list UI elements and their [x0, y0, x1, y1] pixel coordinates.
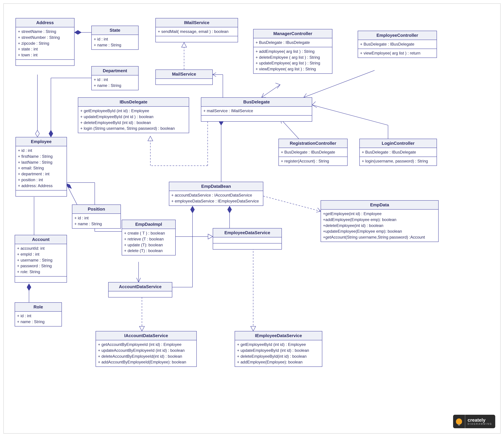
class-registrationcontroller: RegistrationController + BusDelegate : I…: [278, 139, 348, 166]
attr: + firstName : String: [18, 154, 65, 159]
op: + addAccountByEmployeeId(Employee): bool…: [98, 359, 194, 365]
svg-marker-29: [190, 206, 195, 213]
svg-marker-11: [27, 284, 31, 290]
class-employeedataservice: EmployeeDataService: [213, 228, 282, 249]
class-account: Account + accountId: int + empId : int +…: [15, 235, 67, 283]
attr: + username : String: [17, 257, 65, 263]
badge-brand: creately: [468, 418, 492, 422]
class-title: Employee: [16, 137, 67, 146]
attr: + name : String: [94, 83, 136, 89]
op: + addEmployee(Employee): boolean: [237, 359, 320, 365]
class-managercontroller: ManagerController + BusDelegate : IBusDe…: [253, 29, 333, 74]
class-title: RegistrationController: [279, 139, 347, 148]
op: + deleteEmployeeById(int id) : boolean: [237, 354, 320, 359]
class-title: IMailService: [156, 18, 238, 27]
op: +updateEmployee(Employee emp): boolean: [323, 228, 436, 234]
class-ops: [201, 115, 312, 121]
attr: + email: String: [18, 165, 65, 171]
class-empdatabean: EmpDataBean + accountDataService : IAcco…: [169, 182, 263, 206]
class-title: State: [92, 26, 138, 35]
class-title: IEmployeeDataService: [235, 331, 322, 340]
op: + getEmployeeById (int id) : Employee: [80, 108, 187, 114]
op: +getEmployee(int id) : Employee: [323, 211, 436, 217]
class-employee: Employee + id : int + firstName : String…: [16, 137, 67, 197]
attr: + BusDelegate : IBusDelegate: [256, 40, 330, 46]
class-attrs: + BusDelegate : IBusDelegate: [358, 40, 437, 49]
class-position: Position + id : int + name : String: [72, 205, 121, 229]
class-busdelegate: BusDelegate + mailService : IMailService: [201, 97, 312, 122]
creately-badge: creately DIAGRAMMING: [453, 415, 495, 428]
attr: + id : int: [17, 313, 59, 319]
class-address: Address + streetName : String + streetNu…: [16, 18, 75, 66]
op: + viewEmployee( arg list ) : String: [256, 66, 330, 72]
op: +addEmployee(Employee emp): boolean: [323, 217, 436, 223]
class-ops: [16, 190, 67, 196]
class-empdata: EmpData +getEmployee(int id) : Employee …: [321, 200, 439, 242]
attr: + accountId: int: [17, 246, 65, 251]
class-title: BusDelegate: [201, 98, 312, 107]
class-ops: + create ( T ) : boolean + retrieve (T :…: [122, 229, 175, 255]
op: + updateEmployeeById (int id ) : boolean: [80, 114, 187, 120]
bulb-icon: [453, 415, 465, 428]
class-mailservice: MailService: [155, 70, 213, 85]
svg-marker-42: [208, 234, 213, 239]
attr: + town : int: [18, 52, 72, 58]
op: + updateEmployee( arg list ) : String: [256, 60, 330, 66]
svg-marker-31: [228, 206, 232, 213]
op: + update (T): boolean: [124, 242, 173, 248]
class-attrs: + BusDelegate : IBusDelegate: [254, 38, 332, 47]
attr: + state : int: [18, 46, 72, 52]
class-title: EmpDaoImpl: [122, 220, 175, 229]
attr: + BusDelegate : IBusDelegate: [362, 149, 435, 155]
class-ops: + getAccountByEmployeeId (int id) : Empl…: [96, 340, 196, 367]
class-ops: + login(username, password) : String: [360, 157, 437, 166]
class-ops: + addEmployee( arg list ) : String + del…: [254, 47, 332, 73]
svg-marker-1: [75, 30, 81, 34]
op: + updateAccountByEmployeeId (int id) : b…: [98, 348, 194, 354]
attr: + lastName : String: [18, 159, 65, 165]
attr: + streetName : String: [18, 29, 72, 35]
op: + deleteAccountByEmployeeId(int id) : bo…: [98, 354, 194, 359]
op: + login (String username, String passwor…: [80, 126, 187, 131]
op: + delete (T) : boolean: [124, 248, 173, 254]
attr: + accountDataService : IAccountDataServi…: [171, 192, 261, 198]
op: + register(Account) : String: [281, 158, 345, 164]
op: + getAccountByEmployeeId (int id) : Empl…: [98, 342, 194, 348]
attr: + name : String: [17, 319, 59, 325]
attr: + name : String: [74, 221, 118, 227]
class-title: Position: [72, 205, 121, 214]
attr: + mailService : IMailService: [203, 108, 310, 114]
svg-marker-38: [139, 326, 144, 331]
svg-marker-3: [35, 130, 39, 137]
class-attrs: [213, 237, 282, 243]
class-attrs: + id : int + name : String: [92, 75, 138, 90]
class-attrs: + id : int + name : String: [92, 35, 138, 50]
attr: + id : int: [18, 148, 65, 154]
class-attrs: + accountDataService : IAccountDataServi…: [169, 191, 263, 206]
class-attrs: + id : int + name : String: [72, 214, 121, 228]
class-title: ManagerController: [254, 29, 332, 38]
class-attrs: + accountId: int + empId : int + usernam…: [15, 244, 67, 276]
attr: + department : int: [18, 171, 65, 177]
class-ops: + register(Account) : String: [279, 157, 347, 166]
op: + deleteEmployee ( arg list ) : String: [256, 54, 330, 60]
class-accountdataservice: AccountDataService: [108, 282, 172, 298]
attr: + id : int: [94, 77, 136, 83]
class-title: MailService: [156, 70, 212, 79]
diagram-canvas: EmpData dashed dependency --> Address + …: [3, 3, 501, 434]
class-attrs: + id : int + name : String: [15, 312, 62, 326]
class-department: Department + id : int + name : String: [91, 66, 139, 90]
attr: + position : int: [18, 177, 65, 183]
op: + create ( T ) : boolean: [124, 230, 173, 236]
attr: + BusDelegate : IBusDelegate: [360, 41, 435, 47]
svg-line-20: [312, 105, 388, 125]
attr: + id : int: [74, 215, 118, 221]
class-attrs: [156, 79, 212, 85]
class-title: AccountDataService: [109, 282, 172, 291]
class-title: Role: [15, 303, 62, 312]
class-imailservice: IMailService + sendMail( message, email …: [155, 18, 238, 42]
class-state: State + id : int + name : String: [91, 26, 139, 50]
class-attrs: + mailService : IMailService: [201, 107, 312, 115]
svg-line-17: [304, 70, 375, 97]
op: +getAccount(String username,String passw…: [323, 234, 436, 240]
